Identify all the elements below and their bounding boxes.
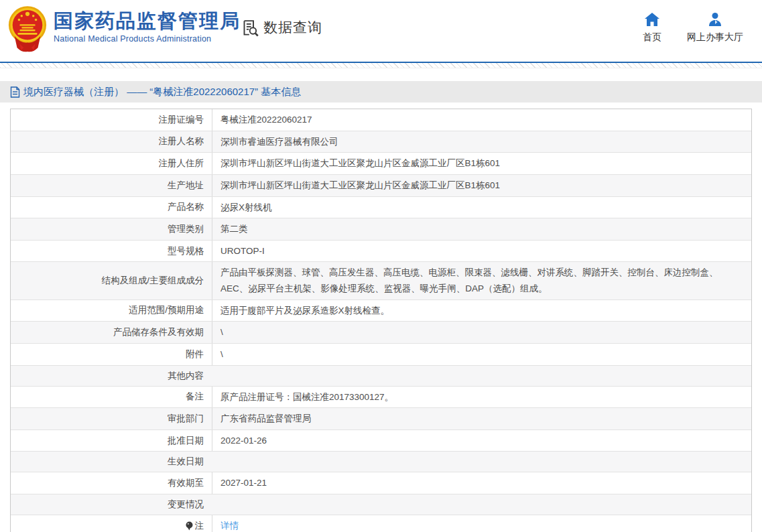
field-value: 深圳市睿迪医疗器械有限公司 [212,131,751,153]
field-label: 型号规格 [11,241,212,262]
table-row: 产品储存条件及有效期 \ [11,321,751,343]
table-row: 其他内容 [11,365,751,386]
field-label: 生效日期 [11,452,212,472]
field-label: 注 [11,515,212,532]
field-label: 注册证编号 [11,109,212,131]
field-label: 生产地址 [11,175,212,196]
note-balloon-icon [186,521,193,531]
nav-item-label: 网上办事大厅 [687,31,743,44]
field-label: 注册人住所 [11,153,212,174]
hatch-stripe-band [0,63,762,68]
nav-item-service-hall[interactable]: 网上办事大厅 [687,12,743,44]
field-label: 其他内容 [11,366,212,386]
national-emblem-logo[interactable] [7,5,48,56]
site-title: 国家药品监督管理局 [54,10,241,32]
table-row: 附件 \ [11,343,751,365]
home-icon [644,12,660,27]
field-label: 产品储存条件及有效期 [11,322,212,343]
site-title-block: 国家药品监督管理局 National Medical Products Admi… [54,10,241,44]
top-nav: 首页 网上办事大厅 [643,12,743,44]
field-label: 适用范围/预期用途 [11,300,212,322]
table-row: 产品名称 泌尿X射线机 [11,196,751,218]
table-row: 注 详情 [11,515,751,532]
table-row: 注册人住所 深圳市坪山新区坪山街道大工业区聚龙山片区金威源工业厂区B1栋601 [11,152,751,174]
field-label: 产品名称 [11,197,212,218]
field-value: 泌尿X射线机 [212,197,751,218]
field-value [212,494,751,515]
field-label: 变更情况 [11,494,212,515]
field-value [212,366,751,386]
field-value: 深圳市坪山新区坪山街道大工业区聚龙山片区金威源工业厂区B1栋601 [212,175,751,196]
table-row: 型号规格 UROTOP-I [11,240,751,262]
table-row: 管理类别 第二类 [11,218,751,240]
field-value: 广东省药品监督管理局 [212,408,751,429]
field-value [212,452,751,472]
table-row: 变更情况 [11,494,751,515]
user-icon [707,12,723,27]
table-row: 适用范围/预期用途 适用于腹部平片及泌尿系造影X射线检查。 [11,300,751,322]
table-row: 有效期至 2027-01-21 [11,472,751,494]
field-label: 审批部门 [11,408,212,429]
table-row: 生产地址 深圳市坪山新区坪山街道大工业区聚龙山片区金威源工业厂区B1栋601 [11,174,751,196]
table-row: 批准日期 2022-01-26 [11,429,751,452]
field-value: \ [212,322,751,343]
breadcrumb: 境内医疗器械（注册） —— “粤械注准20222060217” 基本信息 [0,81,762,103]
data-query-label: 数据查询 [263,18,322,37]
field-label: 附件 [11,344,212,365]
field-label: 结构及组成/主要组成成分 [11,262,212,299]
data-query-nav[interactable]: 数据查询 [241,18,322,37]
field-label-text: 注 [195,520,204,532]
table-row: 注册证编号 粤械注准20222060217 [11,109,751,131]
table-row: 注册人名称 深圳市睿迪医疗器械有限公司 [11,131,751,153]
field-label: 管理类别 [11,218,212,240]
field-value: 2027-01-21 [212,472,751,494]
site-subtitle: National Medical Products Administration [54,34,241,44]
details-link[interactable]: 详情 [220,518,239,532]
field-value: 适用于腹部平片及泌尿系造影X射线检查。 [212,300,751,322]
field-value: 深圳市坪山新区坪山街道大工业区聚龙山片区金威源工业厂区B1栋601 [212,153,751,174]
field-label: 有效期至 [11,472,212,494]
field-value: 原产品注册证号：国械注准20173300127。 [212,387,751,408]
field-value: 第二类 [212,218,751,240]
field-value: 详情 [212,515,751,532]
document-search-icon [241,19,259,37]
field-value: UROTOP-I [212,241,751,262]
table-row: 生效日期 [11,451,751,472]
field-value: 2022-01-26 [212,430,751,452]
field-label: 批准日期 [11,430,212,452]
field-value: 粤械注准20222060217 [212,109,751,131]
page-title: 境内医疗器械（注册） —— “粤械注准20222060217” 基本信息 [23,86,301,98]
site-header: 国家药品监督管理局 National Medical Products Admi… [0,0,762,62]
page-icon [10,86,20,98]
nav-item-label: 首页 [643,31,661,44]
table-row: 备注 原产品注册证号：国械注准20173300127。 [11,386,751,408]
field-label: 备注 [11,387,212,408]
field-value: \ [212,344,751,365]
table-row: 审批部门 广东省药品监督管理局 [11,407,751,429]
table-row: 结构及组成/主要组成成分 产品由平板探测器、球管、高压发生器、高压电缆、电源柜、… [11,261,751,299]
field-label: 注册人名称 [11,131,212,153]
field-value: 产品由平板探测器、球管、高压发生器、高压电缆、电源柜、限束器、滤线栅、对讲系统、… [212,262,751,299]
nav-item-home[interactable]: 首页 [643,12,661,44]
registration-info-table: 注册证编号 粤械注准20222060217 注册人名称 深圳市睿迪医疗器械有限公… [10,109,752,532]
